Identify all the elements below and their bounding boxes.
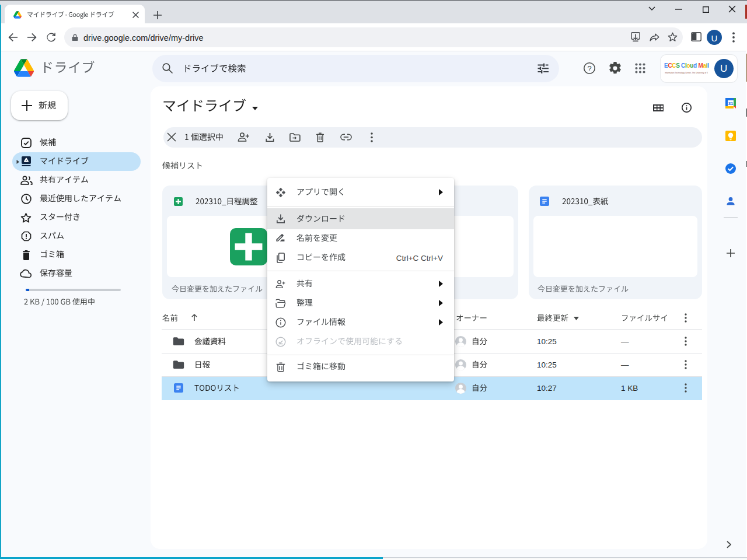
svg-text:?: ? [587, 64, 591, 73]
svg-text:31: 31 [728, 101, 734, 106]
